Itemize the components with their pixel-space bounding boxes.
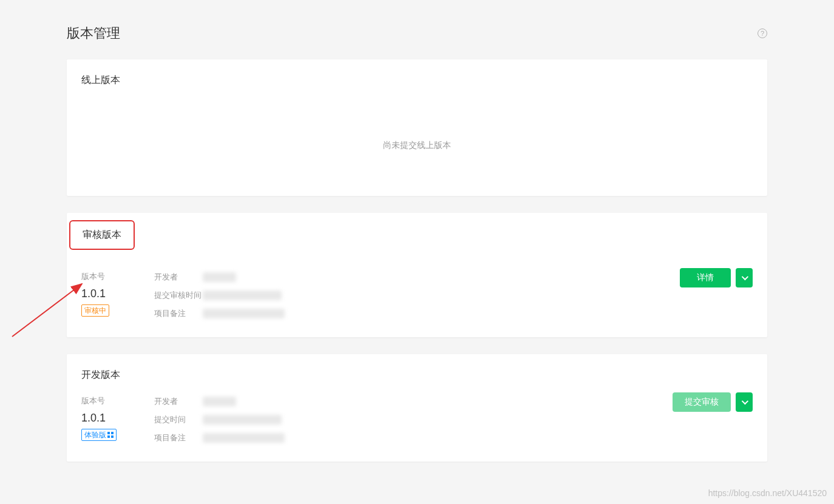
review-version-title: 审核版本 <box>69 220 135 250</box>
help-icon[interactable]: ? <box>758 29 767 38</box>
review-submit-time-row: 提交审核时间 <box>154 286 285 304</box>
review-note-row: 项目备注 <box>154 304 285 323</box>
dev-version-card: 开发版本 版本号 1.0.1 体验版 开发者 提 <box>67 354 767 462</box>
review-note-value <box>203 309 285 318</box>
page-title: 版本管理 <box>67 24 120 42</box>
dev-version-title: 开发版本 <box>81 369 753 381</box>
dev-developer-row: 开发者 <box>154 392 285 411</box>
dev-submit-time-value <box>203 415 282 425</box>
dev-submit-time-row: 提交时间 <box>154 411 285 429</box>
qrcode-icon <box>107 432 114 438</box>
review-version-number-block: 版本号 1.0.1 审核中 <box>81 268 130 323</box>
dev-dropdown-button[interactable] <box>736 392 753 412</box>
review-submit-time-value <box>203 291 282 300</box>
trial-badge-text: 体验版 <box>84 430 106 440</box>
details-button[interactable]: 详情 <box>680 268 731 287</box>
review-developer-value <box>203 272 236 282</box>
review-developer-row: 开发者 <box>154 268 285 286</box>
review-developer-label: 开发者 <box>154 268 203 286</box>
dev-note-value <box>203 433 285 443</box>
dev-developer-label: 开发者 <box>154 392 203 411</box>
dev-note-row: 项目备注 <box>154 429 285 447</box>
dev-version-value: 1.0.1 <box>81 409 130 426</box>
review-version-value: 1.0.1 <box>81 285 130 302</box>
dev-note-label: 项目备注 <box>154 429 203 447</box>
status-badge-reviewing: 审核中 <box>81 304 109 317</box>
chevron-down-icon <box>742 274 748 280</box>
review-note-label: 项目备注 <box>154 304 203 323</box>
online-version-title: 线上版本 <box>81 74 753 87</box>
review-version-label: 版本号 <box>81 268 130 285</box>
page-header: 版本管理 ? <box>67 24 767 42</box>
chevron-down-icon <box>742 398 748 405</box>
submit-review-button[interactable]: 提交审核 <box>673 392 731 412</box>
review-dropdown-button[interactable] <box>736 268 753 287</box>
watermark: https://blog.csdn.net/XU441520 <box>708 488 827 498</box>
dev-submit-time-label: 提交时间 <box>154 411 203 429</box>
status-badge-trial: 体验版 <box>81 429 117 441</box>
dev-version-label: 版本号 <box>81 392 130 409</box>
online-version-card: 线上版本 尚未提交线上版本 <box>67 59 767 196</box>
dev-developer-value <box>203 397 236 406</box>
review-version-card: 审核版本 版本号 1.0.1 审核中 开发者 提交审核时间 <box>67 213 767 337</box>
dev-version-number-block: 版本号 1.0.1 体验版 <box>81 392 130 447</box>
review-submit-time-label: 提交审核时间 <box>154 286 203 304</box>
online-empty-message: 尚未提交线上版本 <box>81 98 753 181</box>
